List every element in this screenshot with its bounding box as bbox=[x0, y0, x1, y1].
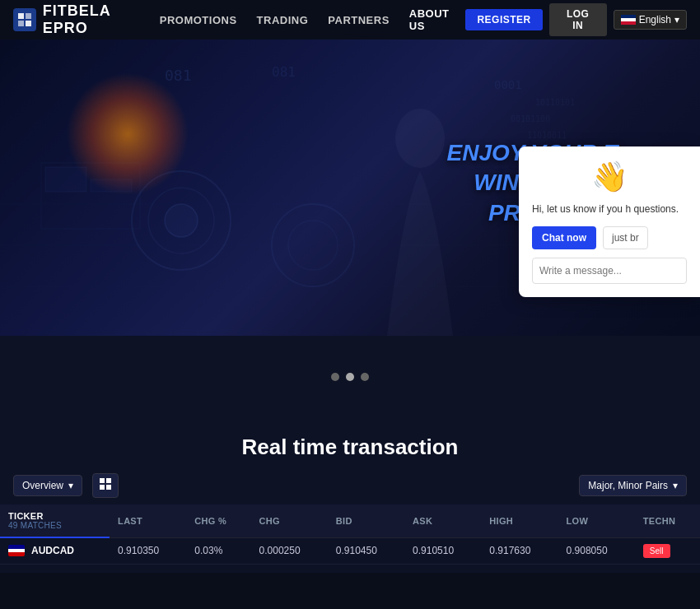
ticker-flag-icon bbox=[8, 545, 25, 556]
col-chg: CHG bbox=[251, 504, 328, 537]
header-right: REGISTER LOG IN English ▾ bbox=[465, 3, 687, 36]
col-last: LAST bbox=[110, 504, 186, 537]
logo-icon bbox=[13, 8, 36, 31]
header: FITBELA EPRO PROMOTIONS TRADING PARTNERS… bbox=[0, 0, 700, 40]
svg-rect-23 bbox=[100, 478, 105, 483]
svg-rect-3 bbox=[26, 21, 31, 26]
language-selector[interactable]: English ▾ bbox=[614, 10, 687, 30]
svg-point-16 bbox=[165, 204, 198, 237]
overview-button[interactable]: Overview ▾ bbox=[13, 475, 82, 496]
cell-bid: 0.910450 bbox=[328, 537, 404, 564]
svg-rect-26 bbox=[106, 485, 111, 490]
svg-text:081: 081 bbox=[272, 64, 296, 80]
table-row: AUDCAD 0.910350 0.03% 0.000250 0.910450 … bbox=[0, 537, 700, 564]
section-title: Real time transaction bbox=[0, 435, 700, 460]
overview-label: Overview bbox=[22, 480, 63, 491]
col-bid: BID bbox=[328, 504, 404, 537]
nav-trading[interactable]: TRADING bbox=[257, 14, 309, 26]
main-nav: PROMOTIONS TRADING PARTNERS ABOUT US bbox=[160, 7, 466, 32]
slider-dot-1[interactable] bbox=[331, 373, 339, 381]
grid-view-button[interactable] bbox=[92, 473, 119, 498]
slider-dot-2[interactable] bbox=[346, 373, 354, 381]
chat-message: Hi, let us know if you h questions. bbox=[532, 202, 687, 216]
grid-icon bbox=[100, 478, 111, 490]
nav-about-us[interactable]: ABOUT US bbox=[409, 7, 466, 32]
login-button[interactable]: LOG IN bbox=[549, 3, 607, 36]
lang-label: English bbox=[639, 14, 671, 26]
col-ticker: TICKER 49 MATCHES bbox=[0, 504, 110, 537]
slider-dot-3[interactable] bbox=[361, 373, 369, 381]
register-button[interactable]: REGISTER bbox=[465, 9, 542, 30]
cell-ticker: AUDCAD bbox=[0, 537, 110, 564]
table-header-row: TICKER 49 MATCHES LAST CHG % CHG BID ASK… bbox=[0, 504, 700, 537]
chevron-down-icon: ▾ bbox=[68, 480, 73, 491]
chat-message-input[interactable] bbox=[532, 258, 687, 284]
cell-last: 0.910350 bbox=[110, 537, 186, 564]
svg-text:0001: 0001 bbox=[494, 78, 522, 91]
col-chg-pct: CHG % bbox=[186, 504, 250, 537]
chat-now-button[interactable]: Chat now bbox=[532, 226, 596, 249]
col-low: LOW bbox=[558, 504, 635, 537]
logo-text: FITBELA EPRO bbox=[43, 2, 160, 37]
nav-partners[interactable]: PARTNERS bbox=[328, 14, 390, 26]
svg-rect-24 bbox=[106, 478, 111, 483]
svg-rect-0 bbox=[18, 13, 24, 19]
pairs-label: Major, Minor Pairs bbox=[588, 480, 668, 491]
cell-techn: Sell bbox=[635, 537, 700, 564]
flag-icon bbox=[621, 15, 636, 25]
svg-rect-2 bbox=[18, 21, 24, 26]
svg-text:081: 081 bbox=[165, 67, 192, 84]
cell-ask: 0.910510 bbox=[404, 537, 481, 564]
col-high: HIGH bbox=[481, 504, 558, 537]
sell-button[interactable]: Sell bbox=[643, 544, 670, 558]
logo-area: FITBELA EPRO bbox=[13, 2, 160, 37]
svg-rect-25 bbox=[100, 485, 105, 490]
pairs-selector[interactable]: Major, Minor Pairs ▾ bbox=[579, 475, 687, 496]
slider-section bbox=[0, 336, 700, 418]
chevron-down-icon: ▾ bbox=[673, 480, 678, 491]
cell-high: 0.917630 bbox=[481, 537, 558, 564]
svg-text:10110101: 10110101 bbox=[535, 98, 575, 107]
chat-widget: 👋 Hi, let us know if you h questions. Ch… bbox=[519, 146, 700, 297]
svg-text:00101100: 00101100 bbox=[511, 114, 550, 123]
col-techn: TECHN bbox=[635, 504, 700, 537]
col-ask: ASK bbox=[404, 504, 481, 537]
cell-low: 0.908050 bbox=[558, 537, 635, 564]
chevron-down-icon: ▾ bbox=[674, 14, 679, 26]
svg-rect-1 bbox=[26, 13, 31, 19]
cell-chg: 0.000250 bbox=[251, 537, 328, 564]
transaction-section: Real time transaction Overview ▾ Major, … bbox=[0, 418, 700, 573]
table-controls: Overview ▾ Major, Minor Pairs ▾ bbox=[0, 473, 700, 498]
chat-button-group: Chat now just br bbox=[532, 226, 687, 249]
nav-promotions[interactable]: PROMOTIONS bbox=[160, 14, 237, 26]
chat-emoji-icon: 👋 bbox=[532, 160, 687, 194]
svg-point-22 bbox=[395, 109, 445, 168]
chat-later-button[interactable]: just br bbox=[603, 226, 648, 249]
hero-glow bbox=[66, 72, 189, 196]
hero-section: 081 081 0001 10110101 00101100 11010011 … bbox=[0, 40, 700, 336]
cell-chg-pct: 0.03% bbox=[186, 537, 250, 564]
ticker-name: AUDCAD bbox=[31, 545, 74, 556]
market-table: TICKER 49 MATCHES LAST CHG % CHG BID ASK… bbox=[0, 504, 700, 565]
